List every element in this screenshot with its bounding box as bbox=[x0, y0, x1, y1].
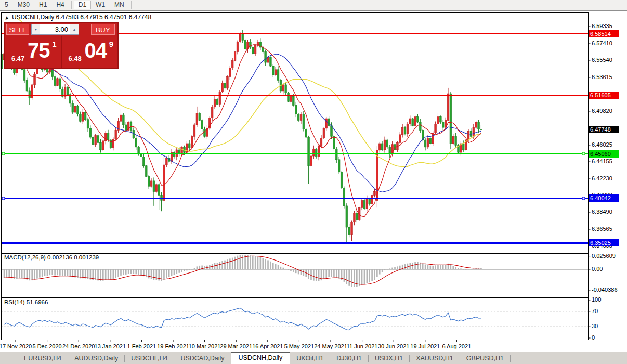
price-level-label-6.45060: 6.45060 bbox=[589, 150, 619, 158]
volume-input[interactable] bbox=[40, 24, 70, 34]
price-axis-label: 6.36565 bbox=[592, 226, 612, 232]
chart-tab-dj30[interactable]: DJ30,H1 bbox=[330, 353, 368, 364]
chart-ohlc-values: 6.47583 6.47915 6.47501 6.47748 bbox=[56, 14, 152, 21]
timeframe-button-h4[interactable]: H4 bbox=[51, 1, 69, 9]
timeframe-button-w1[interactable]: W1 bbox=[91, 1, 110, 9]
price-axis-label: 6.55540 bbox=[592, 57, 612, 63]
hline-6.4506[interactable] bbox=[1, 152, 588, 155]
volume-increase-button[interactable]: ▲ bbox=[70, 24, 79, 34]
volume-stepper: ▼ ▲ bbox=[31, 24, 79, 35]
buy-price-pip: 9 bbox=[109, 40, 113, 48]
price-axis-label: 6.44155 bbox=[592, 158, 612, 164]
chart-tab-xauusd[interactable]: XAUUSD,H1 bbox=[410, 353, 460, 364]
date-label: 5 Dec 2020 bbox=[32, 343, 61, 349]
hline-6.40042[interactable] bbox=[1, 197, 588, 200]
date-label: 19 Feb 2021 bbox=[157, 343, 189, 349]
price-level-label-6.58514: 6.58514 bbox=[589, 30, 619, 37]
chart-tab-bar: EURUSD,H4AUDUSD,DailyUSDCHF,H4USDCAD,Dai… bbox=[0, 352, 627, 364]
date-label: 24 May 2021 bbox=[314, 343, 347, 349]
date-label: 1 Feb 2021 bbox=[127, 343, 156, 349]
date-label: 29 Mar 2021 bbox=[220, 343, 252, 349]
sell-price-main: 75 bbox=[28, 39, 50, 62]
price-level-label-6.40042: 6.40042 bbox=[589, 194, 619, 202]
date-label: 13 Jan 2021 bbox=[95, 343, 126, 349]
chart-tab-audusd[interactable]: AUDUSD,Daily bbox=[68, 353, 124, 364]
cursor-arrow-icon: ▲ bbox=[4, 14, 10, 21]
sell-price-display[interactable]: 6.47 75 1 bbox=[5, 36, 62, 68]
triangle-down-icon: ▼ bbox=[34, 28, 38, 31]
sell-price-base: 6.47 bbox=[11, 55, 24, 62]
price-axis-label: 6.59335 bbox=[592, 23, 612, 29]
triangle-up-icon: ▲ bbox=[73, 28, 76, 31]
line-handle[interactable] bbox=[2, 197, 5, 200]
price-axis-label: 6.42230 bbox=[592, 175, 612, 181]
date-label: 30 Jun 2021 bbox=[378, 343, 410, 349]
timeframe-button-m30[interactable]: M30 bbox=[13, 1, 34, 9]
timeframe-button-d1[interactable]: D1 bbox=[74, 1, 91, 9]
window-edge bbox=[0, 10, 627, 11]
toolbar-separator bbox=[71, 1, 72, 9]
buy-button[interactable]: BUY bbox=[91, 24, 115, 35]
macd-header: MACD(12,26,9) 0.002136 0.001239 bbox=[4, 254, 99, 261]
chart-tab-usdchf[interactable]: USDCHF,H4 bbox=[125, 353, 174, 364]
rsi-axis-label: 100 bbox=[592, 296, 601, 303]
timeframe-button-mn[interactable]: MN bbox=[110, 1, 129, 9]
chart-tab-usdcnh[interactable]: USDCNH,Daily bbox=[231, 352, 291, 364]
date-label: 10 Mar 2021 bbox=[189, 343, 221, 349]
date-label: 17 Nov 2020 bbox=[0, 343, 32, 349]
buy-price-display[interactable]: 6.48 04 9 bbox=[62, 36, 118, 68]
volume-decrease-button[interactable]: ▼ bbox=[32, 24, 40, 34]
sell-price-pip: 1 bbox=[52, 40, 56, 48]
line-handle[interactable] bbox=[2, 152, 5, 155]
sell-button[interactable]: SELL bbox=[6, 24, 29, 35]
chart-title: ▲USDCNH,Daily 6.47583 6.47915 6.47501 6.… bbox=[4, 14, 151, 21]
timeframe-button-5[interactable]: 5 bbox=[0, 1, 13, 9]
price-level-label-6.51605: 6.51605 bbox=[589, 92, 619, 99]
buy-price-base: 6.48 bbox=[69, 55, 82, 62]
macd-axis-label: -0.040386 bbox=[592, 287, 618, 293]
price-axis-label: 6.38490 bbox=[592, 209, 612, 215]
rsi-pane-layer bbox=[1, 308, 588, 330]
timeframe-toolbar: 5M30H1H4D1W1MN bbox=[0, 0, 627, 10]
price-level-label-6.35025: 6.35025 bbox=[589, 239, 619, 246]
quote-panel-top-row: SELL ▼ ▲ BUY bbox=[5, 23, 117, 36]
chart-tab-ukoil[interactable]: UKOil,H1 bbox=[290, 353, 330, 364]
chart-tab-usdcad[interactable]: USDCAD,Daily bbox=[174, 353, 230, 364]
rsi-axis-label: 30 bbox=[592, 323, 598, 329]
price-level-label-6.47748: 6.47748 bbox=[589, 126, 619, 133]
buy-price-main: 04 bbox=[85, 39, 107, 62]
quote-panel: SELL ▼ ▲ BUY 6.47 75 1 6.48 04 9 bbox=[4, 22, 119, 69]
macd-axis-label: 0.00 bbox=[592, 266, 603, 272]
price-axis-label: 6.57410 bbox=[592, 40, 612, 46]
line-handle[interactable] bbox=[582, 197, 585, 200]
chart-tab-eurusd[interactable]: EURUSD,H4 bbox=[18, 353, 68, 364]
date-label: 5 May 2021 bbox=[284, 343, 314, 349]
date-label: 19 Jul 2021 bbox=[410, 343, 440, 349]
date-label: 11 Jun 2021 bbox=[347, 343, 378, 349]
chart-tab-usdx[interactable]: USDX,H1 bbox=[369, 353, 409, 364]
chart-tab-gbpusd[interactable]: GBPUSD,H1 bbox=[460, 353, 510, 364]
quote-panel-prices: 6.47 75 1 6.48 04 9 bbox=[5, 36, 117, 68]
date-axis[interactable]: 17 Nov 20205 Dec 202024 Dec 202013 Jan 2… bbox=[0, 342, 588, 350]
line-handle[interactable] bbox=[582, 152, 585, 155]
chart-symbol-period: USDCNH,Daily bbox=[12, 14, 54, 21]
rsi-axis-label: 70 bbox=[592, 308, 598, 314]
date-label: 16 Apr 2021 bbox=[252, 343, 283, 349]
price-axis[interactable]: 6.593356.574106.555406.536156.498206.460… bbox=[589, 11, 627, 340]
trading-terminal: 5M30H1H4D1W1MN ▲USDCNH,Daily 6.47583 6.4… bbox=[0, 0, 627, 364]
price-axis-label: 6.46025 bbox=[592, 141, 612, 148]
price-axis-label: 6.49820 bbox=[592, 108, 612, 114]
toolbar-separator bbox=[131, 1, 132, 9]
timeframe-button-h1[interactable]: H1 bbox=[34, 1, 51, 9]
rsi-axis-label: 0 bbox=[592, 334, 595, 341]
tab-separator bbox=[510, 355, 511, 362]
price-axis-label: 6.53615 bbox=[592, 74, 612, 80]
rsi-header: RSI(14) 51.6966 bbox=[4, 299, 48, 305]
macd-axis-label: 0.025609 bbox=[592, 253, 616, 259]
date-label: 24 Dec 2020 bbox=[62, 343, 95, 349]
date-label: 6 Aug 2021 bbox=[442, 343, 472, 349]
